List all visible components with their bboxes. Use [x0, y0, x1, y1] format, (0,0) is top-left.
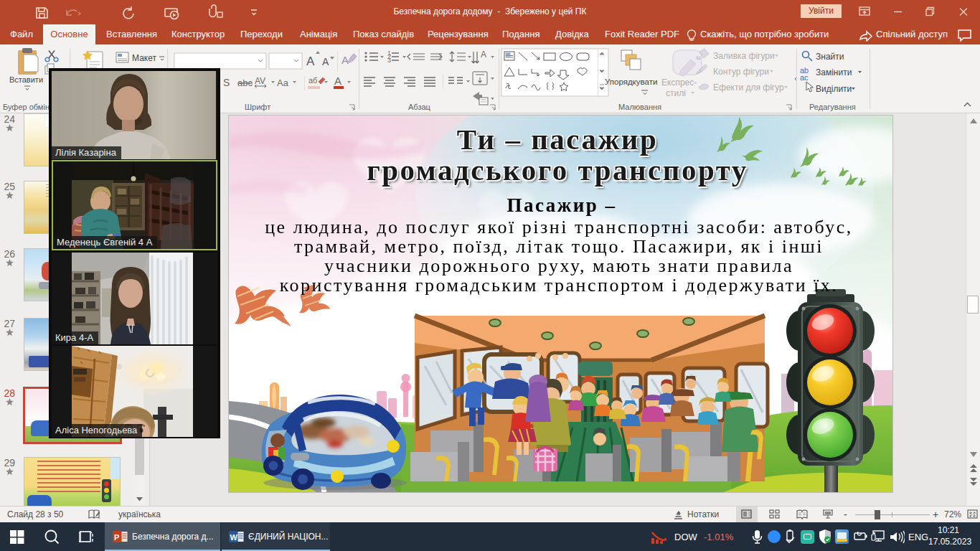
svg-text:Знайти: Знайти: [816, 52, 844, 62]
svg-text:Замінити: Замінити: [816, 67, 852, 77]
svg-text:Ефекти для фігур: Ефекти для фігур: [713, 83, 784, 93]
svg-text:A: A: [334, 75, 341, 87]
svg-text:Контур фігури: Контур фігури: [713, 67, 769, 77]
svg-text:W: W: [230, 533, 238, 542]
svg-text:Макет: Макет: [132, 53, 156, 63]
svg-text:Малювання: Малювання: [618, 103, 661, 111]
svg-text:аб: аб: [308, 76, 317, 85]
svg-text:Експрес-: Експрес-: [661, 77, 697, 88]
svg-text:Упорядкувати: Упорядкувати: [605, 77, 657, 86]
svg-text:A: A: [322, 56, 329, 67]
svg-text:Aa: Aa: [277, 77, 289, 88]
svg-text:abc: abc: [237, 77, 253, 88]
svg-text:А: А: [481, 50, 486, 60]
svg-text:Редагування: Редагування: [809, 103, 856, 111]
svg-text:A: A: [341, 54, 349, 66]
svg-text:Заливка фігури: Заливка фігури: [713, 51, 775, 61]
svg-text:P: P: [114, 533, 119, 542]
svg-text:3: 3: [387, 57, 391, 64]
svg-text:A: A: [306, 55, 315, 68]
svg-text:Вставити: Вставити: [9, 75, 43, 84]
svg-text:S: S: [223, 77, 230, 88]
svg-text:Шрифт: Шрифт: [245, 103, 270, 111]
svg-text:ac: ac: [800, 73, 809, 82]
svg-text:стилі: стилі: [666, 88, 686, 98]
svg-text:Буфер обміну: Буфер обміну: [3, 103, 54, 111]
svg-text:Виділити: Виділити: [816, 84, 852, 94]
svg-text:Абзац: Абзац: [408, 103, 431, 111]
